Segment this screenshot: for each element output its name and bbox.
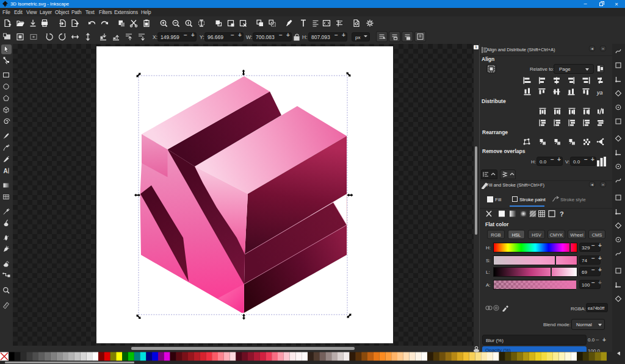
svg-text:?: ? — [560, 210, 564, 218]
svg-text:ya: ya — [596, 90, 603, 96]
svg-text:A: A — [4, 168, 8, 174]
